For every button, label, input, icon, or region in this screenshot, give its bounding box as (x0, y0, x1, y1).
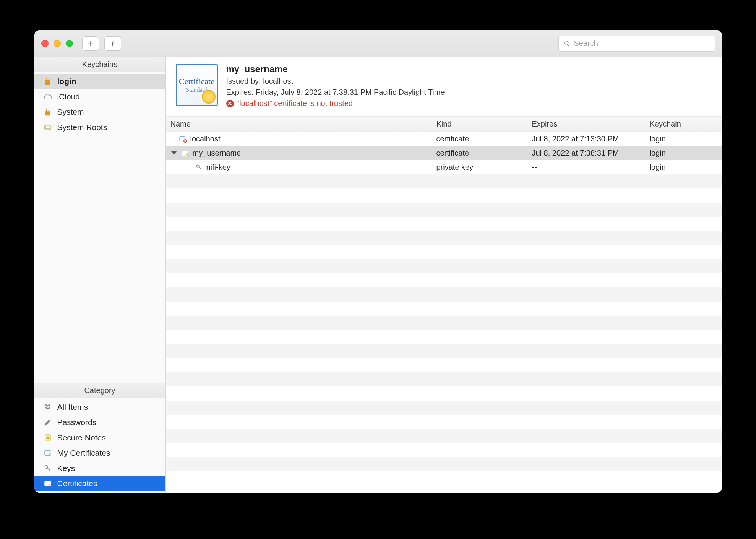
cell-kind: certificate (432, 135, 527, 143)
keychain-access-window: ＋ i Keychains login (34, 30, 722, 493)
window-body: Keychains login iCloud (34, 57, 722, 493)
category-item-keys[interactable]: Keys (34, 461, 165, 476)
table-row[interactable]: my_username certificate Jul 8, 2022 at 7… (166, 146, 722, 160)
empty-row (166, 259, 722, 273)
window-controls (41, 40, 73, 47)
zoom-window-button[interactable] (66, 40, 73, 47)
category-list: All Items Passwords Secure Notes (34, 398, 165, 493)
keychain-item-login[interactable]: login (34, 74, 165, 89)
category-item-certificates[interactable]: Certificates (34, 476, 165, 491)
disclosure-triangle-icon[interactable] (171, 151, 177, 155)
search-input[interactable] (574, 39, 710, 48)
empty-row (166, 188, 722, 203)
row-name: localhost (190, 135, 221, 143)
sidebar-filler (34, 136, 165, 383)
error-icon: ✕ (226, 100, 234, 107)
expires-line: Expires: Friday, July 8, 2022 at 7:38:31… (226, 88, 445, 97)
empty-row (166, 401, 722, 415)
column-label: Expires (532, 120, 558, 128)
svg-point-5 (48, 453, 50, 455)
empty-row (166, 330, 722, 344)
sort-ascending-icon: ˄ (424, 121, 427, 127)
keychain-label: login (57, 77, 76, 86)
category-label: Secure Notes (57, 433, 106, 442)
keychains-header: Keychains (34, 57, 165, 72)
passwords-icon (43, 418, 53, 427)
column-label: Kind (436, 120, 452, 128)
cell-expires: Jul 8, 2022 at 7:38:31 PM (527, 149, 645, 157)
empty-row (166, 344, 722, 358)
column-header-expires[interactable]: Expires (527, 117, 645, 132)
cell-name: nifi-key (166, 163, 432, 172)
info-icon: i (111, 38, 114, 49)
empty-row (166, 231, 722, 245)
column-header-keychain[interactable]: Keychain (645, 117, 722, 132)
table-body[interactable]: localhost certificate Jul 8, 2022 at 7:1… (166, 132, 722, 493)
plus-icon: ＋ (86, 37, 96, 50)
svg-point-6 (45, 466, 47, 468)
empty-row (166, 316, 722, 330)
category-label: Certificates (57, 479, 97, 488)
main-panel: Certificate Standard my_username Issued … (166, 57, 722, 493)
info-button[interactable]: i (104, 36, 121, 51)
category-header: Category (34, 383, 165, 398)
certificate-error-icon (179, 135, 187, 143)
search-icon (563, 40, 570, 47)
category-item-passwords[interactable]: Passwords (34, 415, 165, 430)
column-header-kind[interactable]: Kind (432, 117, 527, 132)
close-window-button[interactable] (41, 40, 49, 47)
empty-row (166, 457, 722, 471)
cloud-icon (43, 92, 53, 101)
keychain-label: System (57, 107, 84, 117)
sidebar: Keychains login iCloud (34, 57, 166, 493)
empty-row (166, 217, 722, 231)
category-label: Passwords (57, 418, 97, 427)
column-label: Keychain (650, 120, 681, 128)
key-icon (195, 163, 203, 172)
cell-kind: certificate (432, 149, 527, 157)
my-certificates-icon (43, 449, 53, 457)
cell-name: my_username (166, 149, 432, 157)
empty-row (166, 415, 722, 429)
certificates-icon (43, 479, 53, 488)
keychain-item-system-roots[interactable]: System Roots (34, 120, 165, 135)
keychain-label: System Roots (57, 123, 107, 132)
issued-by-line: Issued by: localhost (226, 77, 445, 86)
keychain-label: iCloud (57, 92, 80, 101)
svg-point-12 (186, 153, 188, 156)
category-item-my-certificates[interactable]: My Certificates (34, 445, 165, 461)
table-row[interactable]: localhost certificate Jul 8, 2022 at 7:1… (166, 132, 722, 146)
empty-row (166, 287, 722, 302)
table-row[interactable]: nifi-key private key -- login (166, 160, 722, 174)
empty-row (166, 443, 722, 457)
category-label: All Items (57, 403, 88, 412)
keys-icon (43, 464, 53, 472)
minimize-window-button[interactable] (54, 40, 61, 47)
svg-rect-3 (47, 437, 49, 439)
column-header-name[interactable]: Name ˄ (166, 117, 432, 132)
add-button[interactable]: ＋ (82, 36, 99, 51)
cell-expires: Jul 8, 2022 at 7:13:30 PM (527, 135, 645, 143)
category-label: Keys (57, 464, 75, 473)
cell-name: localhost (166, 135, 432, 143)
category-item-all-items[interactable]: All Items (34, 399, 165, 415)
category-label: My Certificates (57, 448, 110, 458)
cell-keychain: login (645, 135, 722, 143)
row-name: nifi-key (206, 163, 230, 172)
trust-warning: ✕ “localhost” certificate is not trusted (226, 99, 445, 108)
category-item-secure-notes[interactable]: Secure Notes (34, 430, 165, 445)
svg-point-8 (48, 484, 50, 486)
empty-row (166, 372, 722, 386)
items-table: Name ˄ Kind Expires Keychain (166, 117, 722, 493)
svg-rect-1 (45, 126, 50, 128)
table-header: Name ˄ Kind Expires Keychain (166, 117, 722, 132)
certificate-folder-icon (43, 123, 53, 132)
secure-notes-icon (43, 433, 53, 442)
cell-kind: private key (432, 163, 527, 172)
svg-point-13 (196, 165, 199, 167)
certificate-icon (181, 149, 190, 157)
keychain-item-icloud[interactable]: iCloud (34, 89, 165, 104)
keychain-item-system[interactable]: System (34, 104, 165, 120)
search-field[interactable] (558, 36, 715, 52)
titlebar: ＋ i (34, 30, 722, 57)
